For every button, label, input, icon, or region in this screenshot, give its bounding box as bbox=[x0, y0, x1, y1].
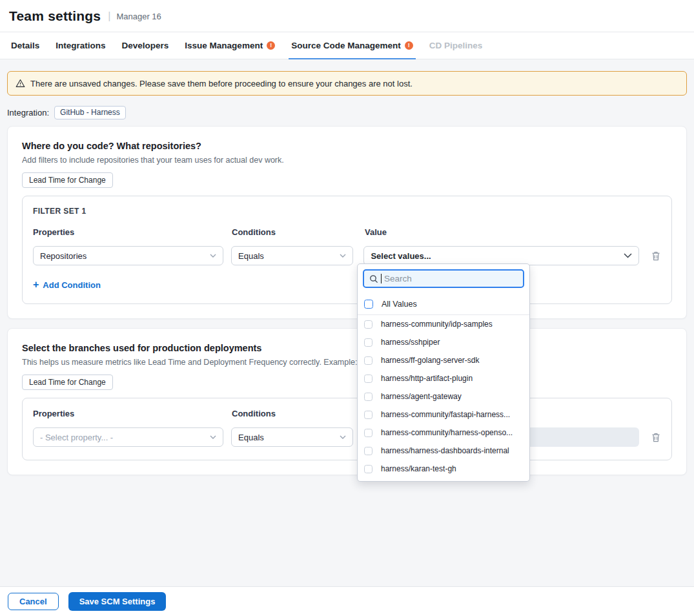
value-select-placeholder: Select values... bbox=[371, 251, 431, 261]
all-values-checkbox[interactable] bbox=[364, 300, 373, 309]
branches-section: Select the branches used for production … bbox=[7, 328, 687, 475]
chevron-down-icon bbox=[340, 435, 346, 439]
chevron-down-icon bbox=[624, 253, 632, 258]
repo-option[interactable]: harness-community/idp-samples bbox=[358, 315, 529, 333]
repositories-section: Where do you code? What repositories? Ad… bbox=[7, 126, 687, 319]
tab-details[interactable]: Details bbox=[11, 32, 39, 59]
properties-column-header: Properties bbox=[33, 409, 224, 418]
chevron-down-icon bbox=[340, 254, 346, 258]
integration-label: Integration: bbox=[7, 108, 49, 118]
page-title: Team settings bbox=[9, 8, 101, 24]
all-values-option[interactable]: All Values bbox=[358, 293, 529, 315]
all-values-label: All Values bbox=[382, 300, 417, 309]
value-column-header: Value bbox=[365, 227, 641, 237]
property-select-placeholder: - Select property... - bbox=[40, 433, 113, 442]
repo-checkbox[interactable] bbox=[364, 429, 373, 437]
search-placeholder: Search bbox=[384, 274, 412, 283]
tab-cd-pipelines: CD Pipelines bbox=[429, 32, 483, 59]
warning-badge-icon: ! bbox=[405, 41, 413, 50]
repo-option[interactable]: harness/agent-gateway bbox=[358, 387, 529, 406]
repo-option[interactable]: harness-community/fastapi-harness... bbox=[358, 406, 529, 424]
warning-badge-icon: ! bbox=[267, 41, 275, 50]
unsaved-changes-banner: There are unsaved changes. Please save t… bbox=[7, 71, 687, 96]
repo-option[interactable]: harness/sshpiper bbox=[358, 333, 529, 351]
property-select[interactable]: Repositories bbox=[33, 246, 223, 265]
condition-select[interactable]: Equals bbox=[231, 246, 353, 265]
repo-checkbox[interactable] bbox=[364, 375, 373, 383]
repo-option[interactable]: harness-community/harness-openso... bbox=[358, 424, 529, 442]
active-tab-underline bbox=[289, 58, 416, 59]
repositories-section-title: Where do you code? What repositories? bbox=[22, 141, 672, 151]
lead-time-tag: Lead Time for Change bbox=[22, 375, 113, 390]
branches-filter-panel: Properties Conditions - Select property.… bbox=[22, 398, 672, 460]
page-content: There are unsaved changes. Please save t… bbox=[0, 71, 694, 475]
property-select-value: Repositories bbox=[40, 251, 87, 261]
chevron-down-icon bbox=[210, 254, 216, 258]
repo-checkbox[interactable] bbox=[364, 393, 373, 401]
repo-checkbox[interactable] bbox=[364, 447, 373, 455]
repo-option[interactable]: harness/http-artifact-plugin bbox=[358, 369, 529, 387]
footer-bar: Cancel Save SCM Settings bbox=[0, 586, 694, 616]
repo-option[interactable]: harness/ff-golang-server-sdk bbox=[358, 351, 529, 369]
condition-select[interactable]: Equals bbox=[231, 427, 353, 447]
property-select[interactable]: - Select property... - bbox=[33, 427, 223, 447]
repo-checkbox[interactable] bbox=[364, 411, 373, 419]
filter-columns-header: Properties Conditions Value bbox=[33, 227, 661, 237]
delete-filter-button[interactable] bbox=[651, 432, 661, 443]
repo-option[interactable]: harness/karan-test-gh bbox=[358, 460, 529, 478]
cancel-button[interactable]: Cancel bbox=[8, 593, 59, 610]
add-condition-label: Add Condition bbox=[43, 280, 101, 290]
title-bar: Team settings | Manager 16 bbox=[0, 0, 694, 32]
condition-select-value: Equals bbox=[238, 433, 264, 442]
properties-column-header: Properties bbox=[33, 227, 224, 237]
integration-chip[interactable]: GitHub - Harness bbox=[54, 106, 126, 119]
filter-set-1-panel: FILTER SET 1 Properties Conditions Value… bbox=[22, 196, 672, 304]
lead-time-tag: Lead Time for Change bbox=[22, 172, 113, 188]
filter-row: Repositories Equals Select values... bbox=[33, 246, 661, 265]
tab-integrations[interactable]: Integrations bbox=[56, 32, 105, 59]
repo-option[interactable]: harness/harness-dashboards-internal bbox=[358, 442, 529, 460]
filter-row: - Select property... - Equals bbox=[33, 427, 661, 447]
delete-filter-button[interactable] bbox=[651, 251, 661, 262]
tab-label: CD Pipelines bbox=[429, 41, 483, 50]
search-icon bbox=[369, 274, 378, 283]
branches-section-description: This helps us measure metrics like Lead … bbox=[22, 358, 672, 367]
tab-label: Developers bbox=[122, 41, 169, 50]
repositories-section-description: Add filters to include repositories that… bbox=[22, 156, 672, 165]
text-cursor bbox=[381, 274, 382, 283]
conditions-column-header: Conditions bbox=[232, 227, 354, 237]
filter-set-title: FILTER SET 1 bbox=[33, 207, 661, 216]
dropdown-search-input[interactable]: Search bbox=[363, 269, 524, 288]
plus-icon: + bbox=[33, 280, 39, 290]
tab-label: Details bbox=[11, 41, 39, 50]
repo-option-clipped[interactable]: harness/... bbox=[358, 478, 529, 482]
banner-text: There are unsaved changes. Please save t… bbox=[30, 79, 413, 88]
tab-issue-management[interactable]: Issue Management ! bbox=[185, 32, 275, 59]
values-dropdown: Search All Values harness-community/idp-… bbox=[357, 263, 530, 482]
tab-developers[interactable]: Developers bbox=[122, 32, 169, 59]
conditions-column-header: Conditions bbox=[232, 409, 354, 418]
tab-label: Integrations bbox=[56, 41, 105, 50]
tab-source-code-management[interactable]: Source Code Management ! bbox=[291, 32, 413, 59]
repo-checkbox[interactable] bbox=[364, 320, 373, 329]
tab-label: Source Code Management bbox=[291, 41, 401, 50]
repo-checkbox[interactable] bbox=[364, 356, 373, 365]
filter-columns-header: Properties Conditions bbox=[33, 409, 661, 418]
page-subtitle: Manager 16 bbox=[116, 10, 161, 21]
tab-bar: Details Integrations Developers Issue Ma… bbox=[0, 32, 694, 59]
add-condition-button[interactable]: + Add Condition bbox=[33, 280, 101, 290]
save-scm-settings-button[interactable]: Save SCM Settings bbox=[68, 592, 167, 611]
condition-select-value: Equals bbox=[238, 251, 264, 261]
title-separator: | bbox=[108, 10, 110, 22]
chevron-down-icon bbox=[210, 435, 216, 439]
warning-triangle-icon bbox=[15, 79, 25, 88]
repo-checkbox[interactable] bbox=[364, 465, 373, 473]
integration-row: Integration: GitHub - Harness bbox=[7, 106, 687, 119]
repo-checkbox[interactable] bbox=[364, 338, 373, 347]
value-multiselect[interactable]: Select values... bbox=[363, 246, 639, 265]
branches-section-title: Select the branches used for production … bbox=[22, 343, 672, 353]
tab-label: Issue Management bbox=[185, 41, 263, 50]
